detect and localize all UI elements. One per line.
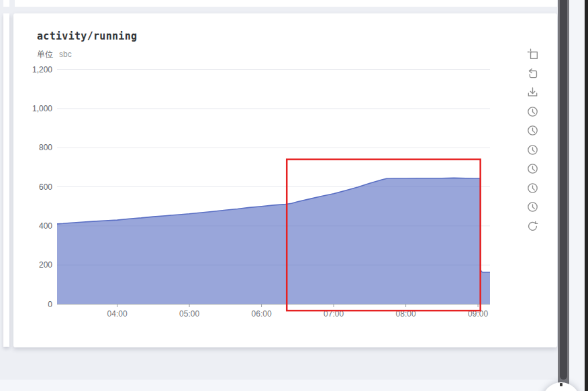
undo-icon: [527, 68, 538, 79]
area-fill: [57, 178, 490, 304]
x-axis-tick-label: 04:00: [107, 309, 128, 319]
adjacent-card-top: [15, 0, 557, 7]
clock-icon: [527, 163, 538, 174]
y-axis-tick-label: 0: [48, 300, 52, 309]
refresh-button[interactable]: [527, 221, 538, 232]
time-range-3-button[interactable]: [527, 144, 538, 156]
window-gutter: [569, 0, 585, 391]
adjacent-card-top-left: [3, 0, 9, 7]
refresh-icon: [527, 221, 538, 232]
chart-toolbar: [526, 48, 538, 232]
zoom-select-button[interactable]: [527, 48, 538, 60]
save-image-button[interactable]: [527, 87, 538, 98]
clock-icon: [527, 125, 538, 136]
y-axis-tick-label: 600: [39, 182, 52, 192]
x-axis-tick-label: 05:00: [179, 309, 199, 319]
y-axis-tick-label: 800: [39, 143, 52, 152]
x-axis-tick-label: 06:00: [252, 309, 272, 319]
page-background: activity/running 单位sbc 02004006008001,00…: [0, 0, 588, 391]
time-range-2-button[interactable]: [527, 125, 538, 136]
time-range-6-button[interactable]: [527, 201, 538, 213]
adjacent-card-left: [3, 13, 9, 347]
floating-button-glyph: [560, 383, 562, 386]
time-range-5-button[interactable]: [527, 182, 538, 194]
y-axis-tick-label: 1,200: [32, 65, 52, 74]
page-bottom-strip: [0, 380, 569, 391]
time-range-1-button[interactable]: [527, 106, 538, 117]
download-icon: [527, 87, 538, 98]
clock-icon: [527, 106, 538, 117]
clock-icon: [527, 144, 538, 156]
y-axis-tick-label: 200: [39, 260, 52, 270]
y-axis-tick-label: 400: [39, 221, 52, 231]
browser-scrollbar-thumb[interactable]: [560, 0, 567, 380]
time-range-4-button[interactable]: [527, 163, 538, 174]
browser-scrollbar-track: [558, 0, 569, 391]
window-edge: [585, 0, 588, 391]
clock-icon: [527, 182, 538, 194]
chart-card: activity/running 单位sbc 02004006008001,00…: [13, 13, 557, 347]
clock-icon: [527, 201, 538, 213]
marquee-icon: [527, 48, 538, 60]
activity-area-chart[interactable]: 02004006008001,0001,20004:0005:0006:0007…: [13, 13, 557, 347]
y-axis-tick-label: 1,000: [32, 104, 52, 113]
zoom-reset-button[interactable]: [527, 68, 538, 79]
